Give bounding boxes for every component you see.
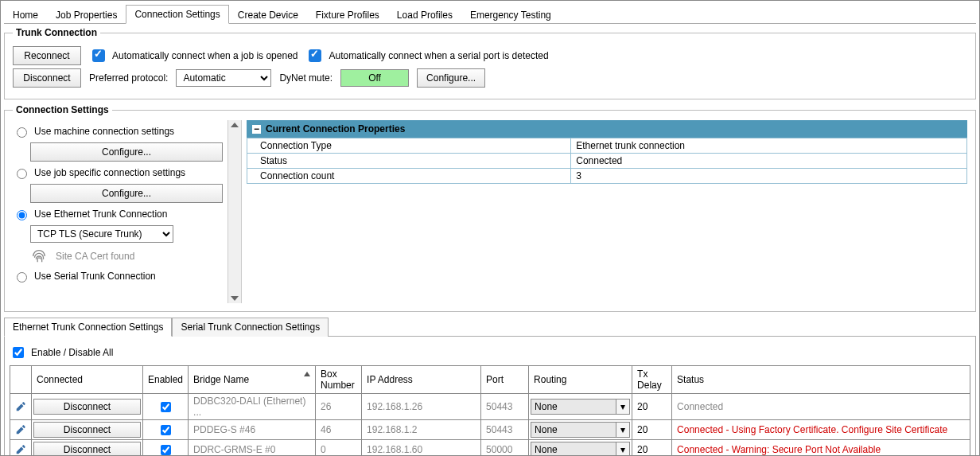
prop-key: Connection Type xyxy=(247,138,571,154)
preferred-protocol-label: Preferred protocol: xyxy=(89,72,168,84)
auto-connect-serial-label: Automatically connect when a serial port… xyxy=(329,50,548,61)
prop-val: Connected xyxy=(571,154,967,169)
col-enabled[interactable]: Enabled xyxy=(143,366,189,394)
radio-job-settings[interactable] xyxy=(17,169,27,179)
row-ip: 192.168.1.60 xyxy=(362,440,481,457)
bridges-table: Connected Enabled Bridge Name Box Number… xyxy=(10,365,970,456)
row-disconnect-button[interactable]: Disconnect xyxy=(33,442,141,456)
row-routing-select[interactable]: None▾ xyxy=(531,422,630,438)
row-port: 50443 xyxy=(481,420,529,440)
radio-serial-trunk[interactable] xyxy=(17,272,27,283)
connection-properties-panel: − Current Connection Properties Connecti… xyxy=(242,120,967,303)
row-bridge-name: DDBC320-DALI (Ethernet) ... xyxy=(189,394,316,420)
sort-asc-icon xyxy=(304,372,310,376)
row-status: Connected - Using Factory Certificate. C… xyxy=(672,420,970,440)
row-disconnect-button[interactable]: Disconnect xyxy=(33,399,141,415)
radio-machine-settings[interactable] xyxy=(17,127,27,138)
dynet-mute-toggle[interactable]: Off xyxy=(340,69,409,87)
col-handle[interactable] xyxy=(10,366,32,394)
row-box-number: 46 xyxy=(316,420,362,440)
tab-home[interactable]: Home xyxy=(4,6,47,24)
row-tx-delay[interactable]: 20 xyxy=(632,440,672,457)
prop-val: 3 xyxy=(571,169,967,184)
row-enabled-checkbox[interactable] xyxy=(161,425,171,435)
enable-all-label: Enable / Disable All xyxy=(31,347,113,358)
connection-settings-group: Connection Settings Use machine connecti… xyxy=(4,104,976,312)
row-routing-select[interactable]: None▾ xyxy=(531,442,630,456)
dynet-mute-label: DyNet mute: xyxy=(279,72,332,84)
ethernet-trunk-panel: Enable / Disable All Connected Enabled B… xyxy=(4,337,976,456)
row-bridge-name: PDDEG-S #46 xyxy=(189,420,316,440)
prop-key: Status xyxy=(247,154,571,169)
trunk-connection-group: Trunk Connection Reconnect Automatically… xyxy=(4,27,976,99)
collapse-icon[interactable]: − xyxy=(252,125,261,134)
auto-connect-job-input[interactable] xyxy=(92,49,105,62)
tab-load-profiles[interactable]: Load Profiles xyxy=(388,6,461,24)
radio-machine-label: Use machine connection settings xyxy=(34,126,174,137)
col-tx-delay[interactable]: Tx Delay xyxy=(632,366,672,394)
tab-create-device[interactable]: Create Device xyxy=(229,6,307,24)
col-status[interactable]: Status xyxy=(672,366,970,394)
col-port[interactable]: Port xyxy=(481,366,529,394)
prop-val: Ethernet trunk connection xyxy=(571,138,967,154)
main-tabstrip: Home Job Properties Connection Settings … xyxy=(4,4,976,24)
tab-emergency-testing[interactable]: Emergency Testing xyxy=(461,6,560,24)
cert-status-label: Site CA Cert found xyxy=(56,251,134,262)
chevron-down-icon: ▾ xyxy=(616,399,630,415)
row-status: Connected - Warning: Secure Port Not Ava… xyxy=(672,440,970,457)
tab-fixture-profiles[interactable]: Fixture Profiles xyxy=(307,6,388,24)
properties-header[interactable]: − Current Connection Properties xyxy=(247,120,967,138)
radio-serial-label: Use Serial Trunk Connection xyxy=(34,271,156,282)
ethernet-protocol-select[interactable]: TCP TLS (Secure Trunk) xyxy=(30,225,173,243)
options-scrollbar[interactable] xyxy=(228,120,242,303)
subtab-serial[interactable]: Serial Trunk Connection Settings xyxy=(172,318,329,337)
enable-all-checkbox[interactable]: Enable / Disable All xyxy=(10,345,970,361)
preferred-protocol-select[interactable]: Automatic xyxy=(176,69,271,87)
properties-title: Current Connection Properties xyxy=(266,123,405,134)
row-port: 50443 xyxy=(481,394,529,420)
job-configure-button[interactable]: Configure... xyxy=(30,184,223,203)
row-ip: 192.168.1.26 xyxy=(362,394,481,420)
table-row[interactable]: DisconnectDDBC320-DALI (Ethernet) ...261… xyxy=(10,394,970,420)
row-bridge-name: DDRC-GRMS-E #0 xyxy=(189,440,316,457)
fingerprint-icon xyxy=(30,247,48,265)
row-enabled-checkbox[interactable] xyxy=(161,445,171,455)
machine-configure-button[interactable]: Configure... xyxy=(30,142,223,162)
subtab-ethernet[interactable]: Ethernet Trunk Connection Settings xyxy=(4,318,172,337)
radio-ethernet-trunk[interactable] xyxy=(17,210,27,220)
prop-key: Connection count xyxy=(247,169,571,184)
tab-connection-settings[interactable]: Connection Settings xyxy=(126,5,228,24)
table-row[interactable]: DisconnectDDRC-GRMS-E #00192.168.1.60500… xyxy=(10,440,970,457)
radio-job-label: Use job specific connection settings xyxy=(34,167,185,178)
row-box-number: 26 xyxy=(316,394,362,420)
col-routing[interactable]: Routing xyxy=(529,366,632,394)
auto-connect-serial-checkbox[interactable]: Automatically connect when a serial port… xyxy=(305,47,548,64)
auto-connect-job-checkbox[interactable]: Automatically connect when a job is open… xyxy=(89,47,298,64)
properties-table: Connection TypeEthernet trunk connection… xyxy=(247,138,967,184)
auto-connect-serial-input[interactable] xyxy=(309,49,321,62)
row-port: 50000 xyxy=(481,440,529,457)
trunk-legend: Trunk Connection xyxy=(13,27,100,38)
row-ip: 192.168.1.2 xyxy=(362,420,481,440)
row-edit-icon[interactable] xyxy=(10,420,32,440)
reconnect-button[interactable]: Reconnect xyxy=(13,46,81,65)
table-row[interactable]: DisconnectPDDEG-S #4646192.168.1.250443N… xyxy=(10,420,970,440)
col-bridge-name[interactable]: Bridge Name xyxy=(189,366,316,394)
col-connected[interactable]: Connected xyxy=(32,366,143,394)
tab-job-properties[interactable]: Job Properties xyxy=(47,6,126,24)
trunk-subtabstrip: Ethernet Trunk Connection Settings Seria… xyxy=(4,317,976,337)
row-status: Connected xyxy=(672,394,970,420)
row-enabled-checkbox[interactable] xyxy=(161,402,171,412)
row-routing-select[interactable]: None▾ xyxy=(531,399,630,415)
enable-all-input[interactable] xyxy=(13,347,24,358)
row-edit-icon[interactable] xyxy=(10,394,32,420)
row-edit-icon[interactable] xyxy=(10,440,32,457)
col-box-number[interactable]: Box Number xyxy=(316,366,362,394)
row-disconnect-button[interactable]: Disconnect xyxy=(33,422,141,438)
connection-options-panel: Use machine connection settings Configur… xyxy=(13,120,228,303)
row-tx-delay[interactable]: 20 xyxy=(632,420,672,440)
dynet-configure-button[interactable]: Configure... xyxy=(417,68,485,88)
disconnect-button[interactable]: Disconnect xyxy=(13,68,81,88)
col-ip[interactable]: IP Address xyxy=(362,366,481,394)
row-tx-delay[interactable]: 20 xyxy=(632,394,672,420)
